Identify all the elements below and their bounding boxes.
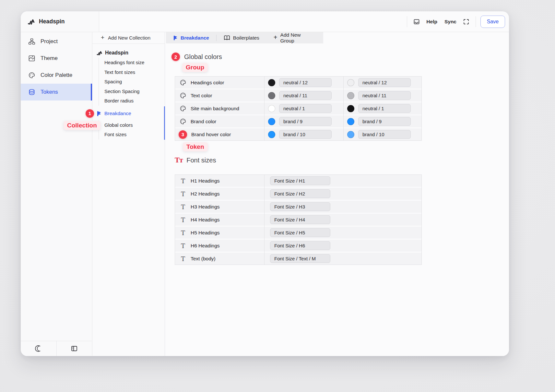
theme-icon — [28, 54, 36, 62]
color-swatch-light[interactable] — [268, 92, 275, 99]
dark-mode-moon-icon[interactable] — [21, 341, 56, 356]
collections-panel: + Add New Collection Headspin Headings — [92, 32, 165, 356]
tree-item-spacing[interactable]: Spacing — [104, 77, 165, 87]
token-groups-list: Headings font size Text font sizes Spaci… — [99, 58, 165, 106]
main-content: Breakdance Boilerplates + — [165, 32, 509, 356]
token-value-field[interactable]: Font Size / H5 — [270, 228, 330, 237]
text-type-icon: T — [180, 190, 186, 197]
color-swatch-dark[interactable] — [347, 118, 354, 125]
token-value-field[interactable]: Font Size / H4 — [270, 215, 330, 224]
header-divider — [476, 16, 476, 27]
color-swatch-dark[interactable] — [347, 105, 354, 112]
token-row-text-color: Text color neutral / 11 neutral / 11 — [175, 89, 421, 101]
table-divider — [264, 77, 265, 140]
tab-boilerplates[interactable]: Boilerplates — [217, 32, 266, 43]
tree-collection-breakdance[interactable]: 1 Collection Breakdance — [92, 109, 165, 119]
annotation-label-group: Group — [182, 63, 208, 72]
token-value-field[interactable]: neutral / 11 — [279, 91, 332, 100]
palette-icon — [180, 79, 186, 86]
palette-icon — [180, 105, 186, 112]
toggle-sidebar-icon[interactable] — [56, 341, 92, 356]
color-swatch-light[interactable] — [268, 105, 275, 112]
tab-strip: Breakdance Boilerplates + — [166, 32, 323, 43]
token-value-field[interactable]: neutral / 12 — [279, 78, 332, 87]
tree-item-text-font-sizes[interactable]: Text font sizes — [104, 67, 165, 77]
help-button[interactable]: Help — [423, 19, 441, 25]
open-book-icon — [224, 35, 230, 41]
breakdance-logo-icon — [97, 111, 101, 116]
section-title-font-sizes: Font sizes — [186, 157, 216, 164]
token-row-h5: T H5 Headings Font Size / H5 — [175, 227, 421, 239]
color-swatch-dark[interactable] — [347, 92, 354, 99]
global-colors-table: Token Headings color neutral / 12 neutra… — [175, 76, 422, 141]
sidebar-item-label: Project — [41, 38, 58, 45]
token-value-field[interactable]: Font Size / H3 — [270, 202, 330, 211]
token-value-field[interactable]: Font Size / Text / M — [270, 254, 330, 263]
token-row-h2: T H2 Headings Font Size / H2 — [175, 188, 421, 200]
tab-breakdance[interactable]: Breakdance — [166, 32, 216, 43]
token-value-field[interactable]: brand / 10 — [279, 130, 332, 139]
sidebar-item-tokens[interactable]: Tokens — [21, 84, 92, 101]
add-new-collection-button[interactable]: + Add New Collection — [92, 32, 165, 44]
tree-item-global-colors[interactable]: Global colors — [104, 120, 165, 130]
text-type-icon: T — [180, 203, 186, 210]
tree-item-border-radius[interactable]: Border radius — [104, 96, 165, 106]
token-value-field[interactable]: neutral / 1 — [279, 104, 332, 113]
save-button[interactable]: Save — [480, 16, 505, 28]
annotation-badge-1: 1 — [86, 109, 94, 118]
section-title-global-colors: Global colors — [184, 53, 222, 61]
sidebar-item-project[interactable]: Project — [21, 33, 92, 50]
sidebar-item-label: Theme — [41, 55, 58, 62]
sidebar-item-theme[interactable]: Theme — [21, 50, 92, 67]
token-row-brand-color: Brand color brand / 9 brand / 9 — [175, 115, 421, 127]
tab-add-new-group[interactable]: + Add New Group — [266, 32, 322, 43]
token-row-site-main-background: Site main background neutral / 1 neutral… — [175, 102, 421, 114]
token-value-field[interactable]: Font Size / H1 — [270, 176, 330, 185]
table-divider — [264, 175, 265, 265]
sync-button[interactable]: Sync — [441, 19, 460, 25]
table-divider — [343, 77, 344, 140]
sidebar-item-color-palette[interactable]: Color Palette — [21, 67, 92, 84]
tokens-content: 2 Global colors Group Token — [165, 43, 509, 265]
text-type-icon: T — [180, 229, 186, 236]
color-swatch-dark[interactable] — [347, 79, 354, 86]
app-window: Headspin Help Sync Save — [21, 11, 509, 356]
color-swatch-light[interactable] — [268, 131, 275, 138]
tree-root-headspin[interactable]: Headspin — [92, 48, 165, 58]
token-value-field[interactable]: brand / 10 — [358, 130, 411, 139]
tree-item-section-spacing[interactable]: Section Spacing — [104, 87, 165, 96]
token-row-headings-color: Headings color neutral / 12 neutral / 12 — [175, 77, 421, 89]
tree-item-headings-font-size[interactable]: Headings font size — [104, 58, 165, 67]
header-actions: Help Sync Save — [404, 11, 509, 32]
desktop-background: { "accent": {"blue": "#2c51e8", "red_bad… — [0, 0, 555, 392]
brand-name: Headspin — [39, 18, 65, 25]
token-value-field[interactable]: neutral / 11 — [358, 91, 411, 100]
font-sizes-tr-icon: Tᴛ — [175, 156, 183, 164]
token-value-field[interactable]: neutral / 12 — [358, 78, 411, 87]
color-swatch-dark[interactable] — [347, 131, 354, 138]
token-value-field[interactable]: Font Size / H6 — [270, 241, 330, 250]
token-row-h3: T H3 Headings Font Size / H3 — [175, 201, 421, 213]
inbox-tray-icon[interactable] — [410, 16, 423, 28]
token-value-field[interactable]: brand / 9 — [358, 117, 411, 126]
text-type-icon: T — [180, 242, 186, 249]
token-value-field[interactable]: neutral / 1 — [358, 104, 411, 113]
text-type-icon: T — [180, 216, 186, 223]
color-swatch-light[interactable] — [268, 118, 275, 125]
tree-item-font-sizes[interactable]: Font sizes — [104, 130, 165, 139]
annotation-badge-2: 2 — [171, 53, 180, 61]
color-swatch-light[interactable] — [268, 79, 275, 86]
main-sidebar: Project Theme — [21, 32, 92, 356]
font-sizes-header: Tᴛ Font sizes — [175, 156, 509, 165]
token-value-field[interactable]: brand / 9 — [279, 117, 332, 126]
tab-row: Breakdance Boilerplates + — [165, 32, 509, 43]
header-divider — [407, 16, 407, 27]
token-row-brand-hover-color: 3 Brand hover color brand / 10 brand / 1… — [175, 128, 421, 140]
collection-children-list: Global colors Font sizes — [99, 120, 165, 139]
plus-icon: + — [274, 34, 278, 41]
fullscreen-icon[interactable] — [460, 16, 472, 28]
palette-icon — [28, 71, 36, 79]
token-value-field[interactable]: Font Size / H2 — [270, 189, 330, 198]
sitemap-icon — [28, 38, 36, 45]
text-type-icon: T — [180, 255, 186, 262]
